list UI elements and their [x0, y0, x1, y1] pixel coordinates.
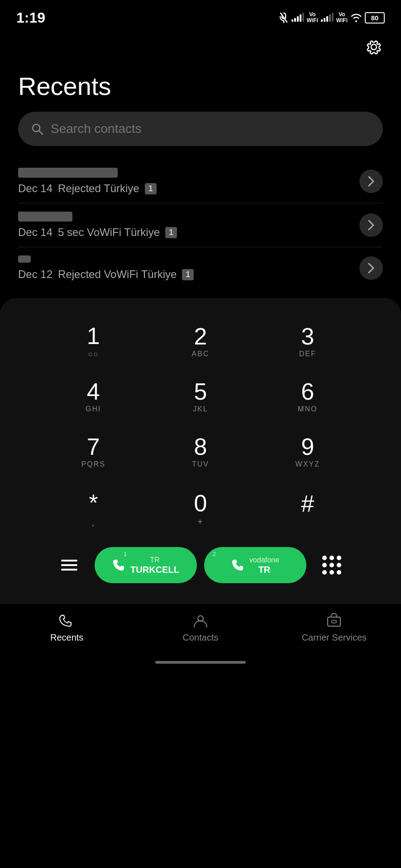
- call-meta-2: Dec 14 5 sec VoWiFi Türkiye 1: [18, 226, 352, 239]
- signal-bars-2: [321, 14, 334, 22]
- search-icon: [31, 123, 43, 135]
- turkcell-label: TR TURKCELL: [130, 556, 179, 575]
- turkcell-name: TURKCELL: [130, 564, 179, 575]
- dial-key-0[interactable]: 0 +: [149, 482, 252, 536]
- dial-number-8: 8: [194, 435, 207, 458]
- call-chevron-3[interactable]: [359, 256, 383, 280]
- dots-grid-icon: [322, 556, 341, 575]
- svg-rect-4: [328, 617, 340, 626]
- turkcell-call-button[interactable]: 1 TR TURKCELL: [95, 547, 197, 583]
- vowifi-label-1: VoWiFi: [307, 12, 318, 24]
- nav-item-carrier-services[interactable]: Carrier Services: [267, 613, 401, 643]
- status-icons: VoWiFi VoWiFi 80: [279, 12, 385, 24]
- dial-key-star[interactable]: * ,: [42, 482, 145, 536]
- call-badge-3: 1: [182, 269, 194, 280]
- status-bar: 1:19 VoWiFi: [0, 0, 401, 32]
- call-badge-1: 1: [145, 183, 157, 194]
- call-info-2: Dec 14 5 sec VoWiFi Türkiye 1: [18, 212, 352, 239]
- menu-button[interactable]: [51, 547, 87, 583]
- svg-line-2: [39, 131, 43, 134]
- dial-letters-7: PQRS: [81, 460, 105, 469]
- call-status-1: Rejected Türkiye: [58, 182, 139, 195]
- home-indicator: [0, 656, 401, 671]
- nav-item-recents[interactable]: Recents: [0, 613, 134, 643]
- dial-key-8[interactable]: 8 TUV: [149, 427, 252, 477]
- call-name-blurred-1: [18, 168, 118, 178]
- hamburger-icon: [61, 560, 77, 571]
- call-name-blurred-2: [18, 212, 72, 222]
- dial-number-5: 5: [194, 380, 207, 403]
- settings-icon[interactable]: [363, 36, 385, 58]
- page-title: Recents: [0, 62, 401, 112]
- dial-number-6: 6: [301, 380, 314, 403]
- phone-icon-1: [112, 559, 125, 571]
- call-status-3: Rejected VoWiFi Türkiye: [58, 268, 177, 281]
- mute-icon: [279, 12, 289, 23]
- dial-key-4[interactable]: 4 GHI: [42, 372, 145, 422]
- call-info-3: Dec 12 Rejected VoWiFi Türkiye 1: [18, 255, 352, 281]
- dial-key-2[interactable]: 2 ABC: [149, 316, 252, 367]
- dial-letters-9: WXYZ: [296, 460, 320, 469]
- dial-key-6[interactable]: 6 MNO: [256, 372, 359, 422]
- contacts-nav-icon: [192, 613, 209, 629]
- dial-key-9[interactable]: 9 WXYZ: [256, 427, 359, 477]
- dial-number-0: 0: [194, 491, 207, 515]
- settings-area: [0, 32, 401, 62]
- nav-label-contacts: Contacts: [183, 632, 219, 643]
- wifi-icon: [350, 13, 362, 22]
- call-info-1: Dec 14 Rejected Türkiye 1: [18, 168, 352, 195]
- vowifi-label-2: VoWiFi: [336, 12, 348, 24]
- carrier-services-nav-icon: [326, 613, 342, 629]
- nav-label-recents: Recents: [50, 632, 83, 643]
- dial-key-5[interactable]: 5 JKL: [149, 372, 252, 422]
- dialpad-toggle[interactable]: [314, 547, 350, 583]
- call-chevron-1[interactable]: [359, 170, 383, 193]
- call-chevron-2[interactable]: [359, 213, 383, 237]
- dial-number-2: 2: [194, 325, 207, 348]
- status-time: 1:19: [16, 9, 45, 26]
- vodafone-call-button[interactable]: 2 vodafone TR: [204, 547, 306, 583]
- dial-key-hash[interactable]: #: [256, 482, 359, 536]
- call-badge-2: 1: [165, 227, 177, 238]
- dial-letters-6: MNO: [298, 405, 317, 414]
- call-buttons-row: 1 TR TURKCELL 2 vodafone TR: [42, 536, 359, 594]
- call-item-1: Dec 14 Rejected Türkiye 1: [18, 160, 383, 203]
- dial-number-3: 3: [301, 325, 314, 348]
- signal-bars-1: [291, 14, 304, 22]
- search-input[interactable]: [51, 122, 370, 136]
- battery-icon: 80: [365, 12, 385, 24]
- vodafone-label: vodafone TR: [249, 556, 279, 575]
- dial-key-3[interactable]: 3 DEF: [256, 316, 359, 367]
- dial-letters-5: JKL: [193, 405, 208, 414]
- call-item-2: Dec 14 5 sec VoWiFi Türkiye 1: [18, 203, 383, 247]
- dial-letters-1: ○○: [88, 349, 99, 359]
- call-date-1: Dec 14: [18, 182, 53, 195]
- call-date-3: Dec 12: [18, 268, 53, 281]
- dial-number-7: 7: [87, 435, 100, 458]
- call-meta-3: Dec 12 Rejected VoWiFi Türkiye 1: [18, 268, 352, 281]
- dial-letters-8: TUV: [192, 460, 209, 469]
- call-status-2: 5 sec VoWiFi Türkiye: [58, 226, 160, 239]
- vodafone-sim: vodafone: [249, 556, 279, 564]
- recents-list: Dec 14 Rejected Türkiye 1 Dec 14 5 sec V…: [0, 160, 401, 289]
- call-date-2: Dec 14: [18, 226, 53, 239]
- dial-letters-3: DEF: [299, 350, 316, 359]
- nav-label-carrier-services: Carrier Services: [302, 632, 367, 643]
- nav-item-contacts[interactable]: Contacts: [134, 613, 267, 643]
- dial-hash: #: [301, 491, 314, 517]
- dial-number-1: 1: [87, 324, 100, 348]
- dial-letters-star: ,: [92, 518, 95, 528]
- dial-letters-0: +: [197, 517, 204, 527]
- dial-letters-2: ABC: [192, 350, 210, 359]
- dial-number-4: 4: [87, 380, 100, 403]
- dialpad-container: 1 ○○ 2 ABC 3 DEF 4 GHI 5 JKL 6 MNO 7: [0, 298, 401, 603]
- search-bar[interactable]: [18, 112, 383, 146]
- vodafone-name: TR: [258, 564, 271, 575]
- phone-icon-2: [231, 559, 244, 571]
- recents-nav-icon: [59, 613, 75, 629]
- dial-number-9: 9: [301, 435, 314, 458]
- dial-key-1[interactable]: 1 ○○: [42, 316, 145, 367]
- dial-letters-4: GHI: [86, 405, 101, 414]
- call-item-3: Dec 12 Rejected VoWiFi Türkiye 1: [18, 247, 383, 289]
- dial-key-7[interactable]: 7 PQRS: [42, 427, 145, 477]
